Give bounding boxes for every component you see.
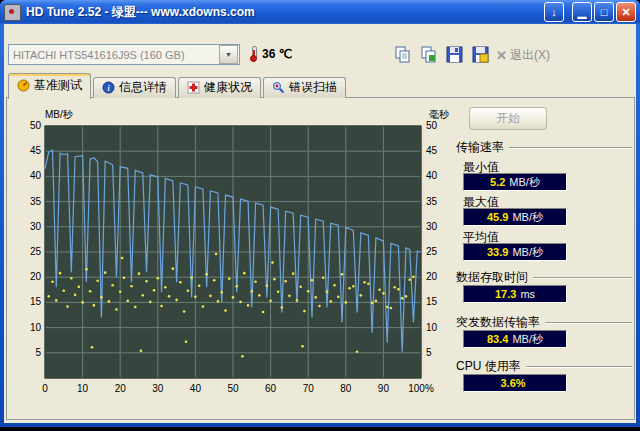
svg-text:25: 25	[30, 246, 42, 257]
tab-health[interactable]: 健康状况	[178, 77, 261, 98]
exit-button[interactable]: ✕ 退出(X)	[492, 44, 554, 66]
hdtune-window: HD Tune 2.52 - 绿盟--- www.xdowns.com ↓ ▁ …	[0, 0, 640, 431]
start-button[interactable]: 开始	[469, 107, 547, 130]
download-button[interactable]: ↓	[544, 2, 564, 22]
cpu-usage-value-box: 3.6%	[463, 374, 567, 392]
copy-icon[interactable]	[390, 43, 414, 66]
svg-text:50: 50	[227, 383, 239, 394]
svg-text:50: 50	[30, 120, 42, 131]
svg-text:10: 10	[77, 383, 89, 394]
cpu-usage-heading: CPU 使用率	[456, 358, 632, 375]
benchmark-page: 5045403530252015105504540353025201510501…	[6, 97, 635, 420]
access-time-value-box: 17.3ms	[463, 285, 567, 303]
svg-text:5: 5	[35, 347, 41, 358]
svg-text:15: 15	[426, 296, 438, 307]
svg-text:20: 20	[30, 271, 42, 282]
temperature-value: 36 ℃	[262, 47, 292, 61]
tab-health-label: 健康状况	[204, 79, 252, 96]
svg-text:40: 40	[190, 383, 202, 394]
minimize-button[interactable]: ▁	[572, 2, 592, 22]
save-as-icon[interactable]	[468, 43, 492, 66]
svg-text:30: 30	[152, 383, 164, 394]
tab-error-scan-label: 错误扫描	[289, 79, 337, 96]
maximize-button[interactable]: □	[594, 2, 614, 22]
svg-text:90: 90	[378, 383, 390, 394]
app-icon	[4, 4, 21, 21]
svg-text:15: 15	[30, 296, 42, 307]
tab-benchmark-label: 基准测试	[34, 77, 82, 94]
chevron-down-icon[interactable]: ▼	[219, 45, 238, 64]
svg-text:40: 40	[426, 170, 438, 181]
thermometer-icon	[250, 46, 257, 62]
svg-text:毫秒: 毫秒	[429, 109, 449, 120]
svg-text:60: 60	[265, 383, 277, 394]
svg-text:5: 5	[426, 347, 432, 358]
health-icon	[187, 81, 200, 94]
tab-error-scan[interactable]: 错误扫描	[263, 77, 346, 98]
svg-text:35: 35	[30, 196, 42, 207]
svg-text:35: 35	[426, 196, 438, 207]
title-bar[interactable]: HD Tune 2.52 - 绿盟--- www.xdowns.com ↓ ▁ …	[0, 0, 640, 24]
svg-text:10: 10	[426, 322, 438, 333]
tab-strip: 基准测试 i 信息详情 健康状况 错误扫描	[8, 77, 348, 98]
tab-info[interactable]: i 信息详情	[93, 77, 176, 98]
svg-text:30: 30	[426, 221, 438, 232]
tab-info-label: 信息详情	[119, 79, 167, 96]
info-icon: i	[102, 81, 115, 94]
svg-text:80: 80	[340, 383, 352, 394]
drive-select[interactable]: HITACHI HTS541616J9S (160 GB) ▼	[8, 44, 240, 65]
drive-select-value: HITACHI HTS541616J9S (160 GB)	[9, 49, 219, 61]
max-value-box: 45.9MB/秒	[463, 208, 567, 226]
svg-text:0: 0	[42, 383, 48, 394]
window-title: HD Tune 2.52 - 绿盟--- www.xdowns.com	[26, 4, 544, 21]
svg-text:MB/秒: MB/秒	[45, 109, 74, 120]
svg-text:70: 70	[303, 383, 315, 394]
exit-x-icon: ✕	[496, 48, 507, 63]
tab-benchmark[interactable]: 基准测试	[8, 73, 91, 99]
copy-special-icon[interactable]	[416, 43, 440, 66]
exit-label: 退出(X)	[510, 47, 550, 64]
close-button[interactable]: ✕	[616, 2, 636, 22]
access-time-heading: 数据存取时间	[456, 269, 632, 286]
save-icon[interactable]	[442, 43, 466, 66]
bottom-strip	[0, 427, 640, 431]
svg-text:45: 45	[30, 145, 42, 156]
svg-text:30: 30	[30, 221, 42, 232]
burst-rate-heading: 突发数据传输率	[456, 314, 632, 331]
transfer-rate-heading: 传输速率	[456, 139, 632, 156]
temperature-indicator: 36 ℃	[250, 46, 292, 62]
burst-rate-value-box: 83.4MB/秒	[463, 330, 567, 348]
svg-text:10: 10	[30, 322, 42, 333]
svg-text:20: 20	[115, 383, 127, 394]
benchmark-chart: 5045403530252015105504540353025201510501…	[11, 106, 449, 406]
svg-text:100%: 100%	[408, 383, 434, 394]
error-scan-icon	[272, 81, 285, 94]
svg-text:50: 50	[426, 120, 438, 131]
min-value-box: 5.2MB/秒	[463, 173, 567, 191]
svg-text:25: 25	[426, 246, 438, 257]
client-area: HITACHI HTS541616J9S (160 GB) ▼ 36 ℃	[4, 24, 636, 423]
avg-value-box: 33.9MB/秒	[463, 243, 567, 261]
svg-text:20: 20	[426, 271, 438, 282]
svg-text:45: 45	[426, 145, 438, 156]
svg-text:40: 40	[30, 170, 42, 181]
benchmark-icon	[17, 79, 30, 92]
